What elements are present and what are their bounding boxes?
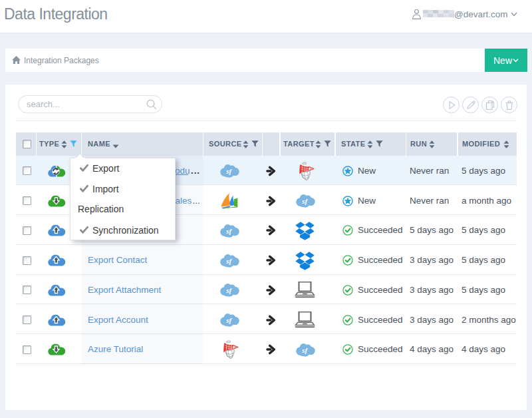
- svg-text:sf: sf: [301, 346, 308, 354]
- svg-text:sf: sf: [225, 227, 232, 235]
- svg-text:sf: sf: [225, 257, 232, 265]
- svg-text:sf: sf: [225, 286, 232, 294]
- svg-text:sf: sf: [225, 167, 232, 175]
- svg-text:sf: sf: [225, 316, 232, 324]
- svg-text:sf: sf: [301, 197, 308, 205]
